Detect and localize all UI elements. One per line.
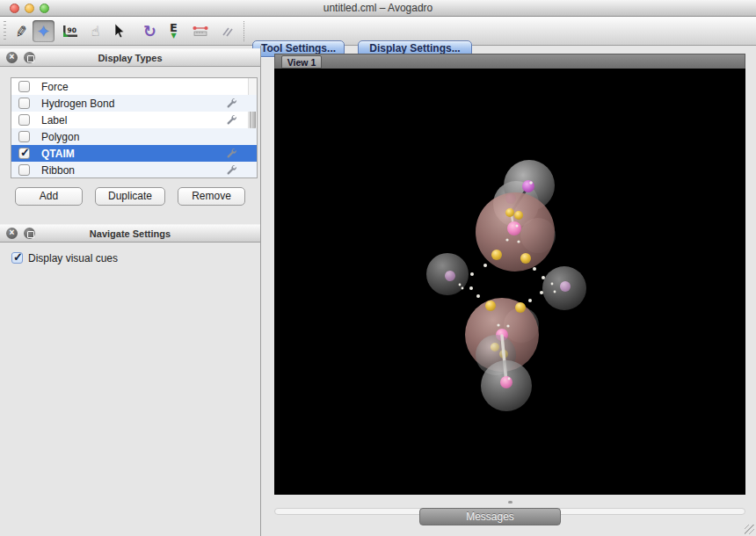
down-arrow-icon: ▼ bbox=[170, 32, 178, 40]
title-bar[interactable]: untitled.cml – Avogadro bbox=[0, 0, 756, 17]
navigate-tool-icon[interactable]: ✦ bbox=[33, 20, 55, 42]
selection-tool-icon[interactable] bbox=[108, 20, 130, 42]
cursor-arrow-icon bbox=[113, 24, 126, 39]
bond-path-dot bbox=[506, 324, 509, 327]
bond-centric-tool-icon[interactable]: 90 bbox=[59, 20, 81, 42]
bond-path-dot bbox=[483, 264, 487, 267]
display-type-row-force[interactable]: Force bbox=[11, 78, 257, 95]
pink-sphere bbox=[507, 221, 521, 235]
bond-path-dot bbox=[540, 291, 543, 294]
display-type-label: Force bbox=[41, 81, 69, 93]
compass-star-icon: ✦ bbox=[37, 22, 50, 40]
yellow-sphere bbox=[520, 253, 531, 264]
display-types-list[interactable]: ForceHydrogen Bond Label PolygonQTAIM Ri… bbox=[11, 77, 258, 178]
splitter-handle[interactable] bbox=[508, 501, 512, 503]
display-type-row-label[interactable]: Label bbox=[11, 112, 257, 128]
yellow-sphere bbox=[505, 208, 514, 217]
bond-path-dot bbox=[516, 225, 519, 228]
navigate-settings-header: × Navigate Settings bbox=[0, 224, 260, 243]
manipulate-tool-icon[interactable]: ☝ bbox=[84, 20, 106, 42]
svg-text:90: 90 bbox=[67, 26, 76, 34]
display-type-checkbox[interactable] bbox=[18, 81, 30, 92]
display-type-label: Polygon bbox=[41, 131, 79, 143]
window-resize-grip[interactable] bbox=[745, 525, 754, 534]
display-type-checkbox[interactable] bbox=[18, 131, 30, 142]
wrench-icon[interactable] bbox=[226, 148, 237, 159]
hand-icon: ☝ bbox=[91, 23, 100, 40]
detach-panel-icon[interactable] bbox=[24, 228, 35, 239]
bond-path-dot bbox=[517, 240, 520, 243]
bond-path-dot bbox=[528, 299, 532, 302]
wrench-icon[interactable] bbox=[226, 98, 237, 109]
bond-path-dot bbox=[533, 267, 536, 271]
close-panel-icon[interactable]: × bbox=[6, 228, 18, 239]
yellow-sphere bbox=[485, 301, 496, 311]
measure-tool-icon[interactable] bbox=[189, 20, 211, 42]
add-button[interactable]: Add bbox=[15, 187, 83, 206]
close-panel-icon[interactable]: × bbox=[6, 52, 18, 63]
molecule-scene[interactable] bbox=[274, 69, 745, 495]
display-type-row-hydrogen-bond[interactable]: Hydrogen Bond bbox=[11, 95, 257, 112]
minimize-window-button[interactable] bbox=[25, 4, 34, 13]
navigate-settings-title: Navigate Settings bbox=[0, 225, 260, 243]
magenta-sphere bbox=[522, 180, 534, 192]
gray-sphere bbox=[542, 266, 586, 310]
auto-optimize-tool-icon[interactable]: E▼ bbox=[163, 20, 185, 42]
display-type-label: Ribbon bbox=[41, 164, 75, 177]
bond-path-dot bbox=[505, 238, 508, 241]
optimize-e-icon: E▼ bbox=[170, 24, 178, 40]
display-visual-cues-checkbox[interactable] bbox=[11, 252, 23, 264]
toolbar-drag-handle[interactable] bbox=[4, 21, 6, 41]
duplicate-button[interactable]: Duplicate bbox=[95, 187, 165, 206]
bond-path-dot bbox=[462, 287, 464, 290]
bond-path-dot bbox=[470, 272, 474, 276]
display-type-checkbox[interactable] bbox=[18, 148, 30, 159]
bond-path-dot bbox=[508, 378, 511, 380]
auto-rotate-tool-icon[interactable]: ↻ bbox=[139, 20, 161, 42]
yellow-sphere bbox=[491, 250, 502, 260]
yellow-sphere bbox=[514, 211, 523, 220]
pencil-icon: ✎ bbox=[14, 21, 30, 40]
molecule-viewport[interactable] bbox=[274, 69, 745, 495]
pink-sphere bbox=[500, 376, 512, 388]
bond-path-dot bbox=[459, 284, 462, 286]
view-tab-bar: View 1 bbox=[274, 54, 745, 69]
display-type-checkbox[interactable] bbox=[18, 98, 30, 109]
display-type-label: Hydrogen Bond bbox=[41, 98, 114, 110]
tab-view-1[interactable]: View 1 bbox=[281, 55, 322, 69]
display-types-header: × Display Types bbox=[0, 48, 260, 67]
toolbar: ✎ ✦ 90 ☝ ↻ E▼ bbox=[0, 17, 756, 46]
toolbar-separator bbox=[244, 21, 244, 41]
display-type-label: Label bbox=[41, 114, 67, 127]
bond-path-dot bbox=[469, 286, 473, 290]
bond-path-dot bbox=[529, 181, 533, 185]
display-type-row-qtaim[interactable]: QTAIM bbox=[11, 145, 257, 162]
window-title: untitled.cml – Avogadro bbox=[0, 0, 756, 16]
yellow-sphere bbox=[515, 302, 526, 313]
rotate-arrow-icon: ↻ bbox=[143, 22, 156, 40]
align-tool-icon[interactable] bbox=[215, 20, 237, 42]
zoom-window-button[interactable] bbox=[40, 4, 49, 13]
bond-path-dot bbox=[497, 323, 499, 326]
diagonal-marks-icon bbox=[220, 25, 234, 39]
panel-divider[interactable] bbox=[260, 46, 261, 536]
avogadro-window: untitled.cml – Avogadro ✎ ✦ 90 ☝ ↻ bbox=[0, 0, 756, 536]
bond-path-dot bbox=[476, 294, 480, 298]
display-type-checkbox[interactable] bbox=[18, 114, 30, 126]
bond-path-dot bbox=[551, 283, 554, 286]
display-type-checkbox[interactable] bbox=[18, 164, 30, 176]
angle-90-icon: 90 bbox=[62, 24, 79, 39]
close-window-button[interactable] bbox=[10, 4, 19, 13]
draw-tool-icon[interactable]: ✎ bbox=[11, 20, 33, 42]
messages-button[interactable]: Messages bbox=[419, 508, 561, 525]
ruler-dots-icon bbox=[192, 25, 209, 38]
wrench-icon[interactable] bbox=[226, 114, 237, 126]
wrench-icon[interactable] bbox=[226, 164, 237, 176]
display-type-row-polygon[interactable]: Polygon bbox=[11, 128, 257, 145]
display-types-title: Display Types bbox=[0, 49, 260, 67]
bond-path-dot bbox=[542, 276, 545, 279]
remove-button[interactable]: Remove bbox=[178, 187, 245, 206]
detach-panel-icon[interactable] bbox=[24, 52, 35, 63]
display-type-row-ribbon[interactable]: Ribbon bbox=[11, 162, 257, 178]
display-type-label: QTAIM bbox=[41, 148, 75, 160]
